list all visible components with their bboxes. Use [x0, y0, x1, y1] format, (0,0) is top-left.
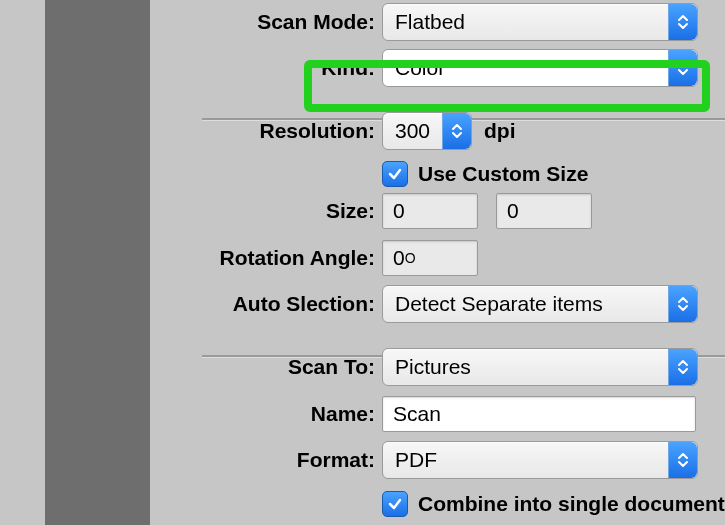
- combine-label: Combine into single document: [418, 492, 725, 516]
- size-label: Size:: [326, 199, 375, 223]
- settings-form: Scan Mode: Flatbed Kind: Color: [150, 0, 725, 525]
- left-gutter: [0, 0, 45, 525]
- resolution-unit: dpi: [484, 119, 516, 143]
- auto-selection-label: Auto Slection:: [233, 292, 375, 316]
- scan-mode-label: Scan Mode:: [257, 10, 375, 34]
- chevron-updown-icon: [668, 4, 697, 40]
- auto-selection-select[interactable]: Detect Separate items: [382, 285, 698, 323]
- chevron-updown-icon: [668, 442, 697, 478]
- checkmark-icon: [382, 491, 408, 517]
- scan-to-select[interactable]: Pictures: [382, 348, 698, 386]
- resolution-value: 300: [383, 119, 442, 143]
- sidebar-strip: [45, 0, 150, 525]
- chevron-updown-icon: [668, 50, 697, 86]
- name-label: Name:: [311, 402, 375, 426]
- use-custom-size-checkbox[interactable]: Use Custom Size: [382, 161, 588, 187]
- format-value: PDF: [383, 448, 668, 472]
- auto-selection-value: Detect Separate items: [383, 292, 668, 316]
- size-height-input[interactable]: 0: [496, 193, 592, 229]
- rotation-input[interactable]: 0O: [382, 240, 478, 276]
- kind-value: Color: [383, 56, 668, 80]
- kind-label: Kind:: [321, 56, 375, 80]
- use-custom-size-label: Use Custom Size: [418, 162, 588, 186]
- chevron-updown-icon: [442, 113, 471, 149]
- format-select[interactable]: PDF: [382, 441, 698, 479]
- scan-to-value: Pictures: [383, 355, 668, 379]
- name-input[interactable]: Scan: [382, 396, 696, 432]
- resolution-label: Resolution:: [260, 119, 376, 143]
- resolution-select[interactable]: 300: [382, 112, 472, 150]
- scan-to-label: Scan To:: [288, 355, 375, 379]
- rotation-label: Rotation Angle:: [219, 246, 375, 270]
- chevron-updown-icon: [668, 286, 697, 322]
- scan-mode-select[interactable]: Flatbed: [382, 3, 698, 41]
- kind-select[interactable]: Color: [382, 49, 698, 87]
- size-width-input[interactable]: 0: [382, 193, 478, 229]
- combine-checkbox[interactable]: Combine into single document: [382, 491, 725, 517]
- scan-mode-value: Flatbed: [383, 10, 668, 34]
- scanner-settings-panel: Scan Mode: Flatbed Kind: Color: [0, 0, 725, 525]
- format-label: Format:: [297, 448, 375, 472]
- checkmark-icon: [382, 161, 408, 187]
- chevron-updown-icon: [668, 349, 697, 385]
